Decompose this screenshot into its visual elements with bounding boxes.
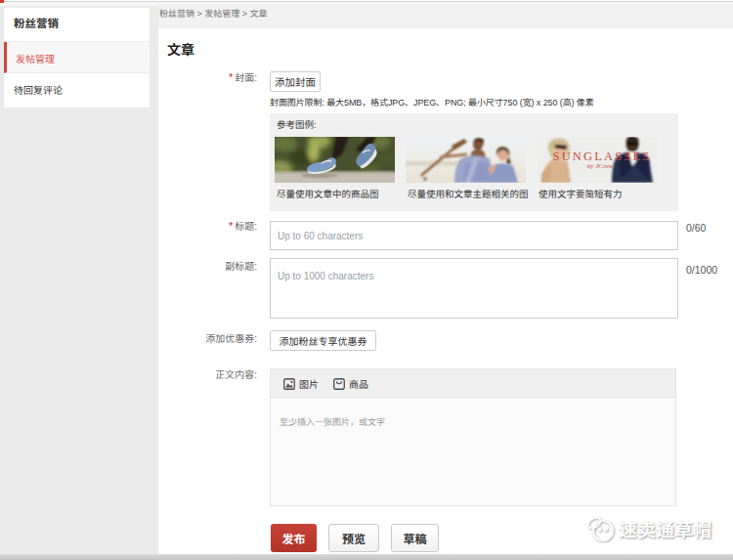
svg-text:SUNGLASSES: SUNGLASSES bbox=[553, 151, 652, 162]
svg-text:by JCrew: by JCrew bbox=[587, 162, 614, 170]
